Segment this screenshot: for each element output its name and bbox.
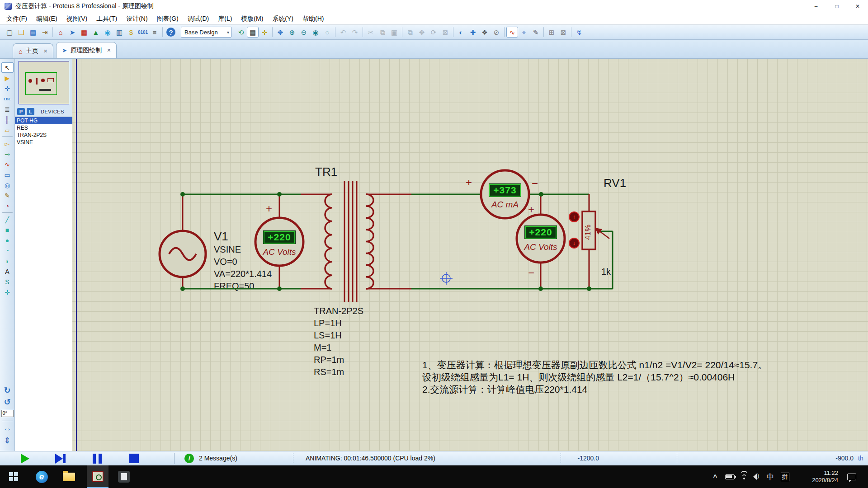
false-origin-button[interactable]: ✛ (259, 27, 270, 38)
tab-schematic[interactable]: ➤ 原理图绘制 ✕ (56, 42, 117, 58)
2d-box-mode-button[interactable]: ■ (1, 225, 14, 235)
pot-increase-button[interactable]: ↑ (569, 211, 580, 222)
2d-arc-mode-button[interactable]: ◔ (1, 245, 14, 256)
device-list-item[interactable]: VSINE (15, 139, 72, 146)
tab-close-icon[interactable]: ✕ (107, 47, 111, 53)
schematic-editing-canvas[interactable]: V1 VSINEVO=0VA=220*1.414FREQ=50 TR1 TRAN… (72, 59, 868, 451)
info-icon[interactable]: i (184, 454, 194, 463)
menu-item[interactable]: 文件(F) (2, 13, 32, 24)
menu-item[interactable]: 编辑(E) (32, 13, 62, 24)
menu-item[interactable]: 帮助(H) (298, 13, 328, 24)
source-code-button[interactable]: 0101 (137, 27, 149, 38)
new-project-button[interactable]: ▢ (4, 27, 15, 38)
menu-item[interactable]: 视图(V) (62, 13, 92, 24)
search-tags-button[interactable]: ⌖ (518, 27, 530, 38)
block-delete-button[interactable]: ⊠ (439, 27, 451, 38)
menu-item[interactable]: 系统(Y) (268, 13, 298, 24)
device-list-item[interactable]: RES (15, 124, 72, 131)
new-sheet-button[interactable]: ⊞ (546, 27, 557, 38)
stop-button[interactable] (129, 454, 139, 463)
undo-button[interactable]: ↶ (337, 27, 349, 38)
paste-button[interactable]: ▣ (388, 27, 400, 38)
zoom-area-button[interactable]: ◌ (321, 27, 333, 38)
text-script-mode-button[interactable]: ≣ (1, 104, 14, 114)
toggle-grid-button[interactable]: ▦ (247, 27, 259, 38)
menu-item[interactable]: 图表(G) (152, 13, 183, 24)
pause-button[interactable] (93, 454, 102, 464)
wifi-icon[interactable] (738, 465, 750, 488)
2d-line-mode-button[interactable]: ╱ (1, 214, 14, 225)
edge-browser-button[interactable]: e (32, 465, 52, 488)
maximize-button[interactable]: □ (826, 0, 847, 13)
wire-label-mode-button[interactable]: LBL (1, 94, 14, 104)
current-probe-mode-button[interactable]: ◔ (1, 201, 14, 211)
rotate-anticlockwise-button[interactable]: ↺ (1, 396, 13, 408)
subcircuit-mode-button[interactable]: ▱ (1, 125, 14, 135)
device-list-item[interactable]: POT-HG (15, 117, 72, 124)
buses-mode-button[interactable]: ╫ (1, 114, 14, 125)
open-project-button[interactable]: ❏ (15, 27, 27, 38)
redraw-button[interactable]: ⟲ (235, 27, 247, 38)
menu-item[interactable]: 调试(D) (183, 13, 213, 24)
pot-decrease-button[interactable]: ↓ (569, 238, 580, 249)
file-explorer-button[interactable] (59, 465, 79, 488)
selection-mode-button[interactable]: ↖ (1, 62, 14, 73)
property-assignment-button[interactable]: ✎ (530, 27, 542, 38)
zoom-in-button[interactable]: ⊕ (286, 27, 298, 38)
block-copy-button[interactable]: ⧉ (404, 27, 416, 38)
close-button[interactable]: ✕ (847, 0, 868, 13)
remove-sheet-button[interactable]: ⊠ (557, 27, 569, 38)
minimize-button[interactable]: – (806, 0, 826, 13)
step-button[interactable] (55, 454, 63, 464)
app-window-button[interactable] (114, 465, 134, 488)
rotation-angle-field[interactable]: 0° (1, 410, 14, 417)
volume-icon[interactable]: ) (751, 465, 763, 488)
notification-center-button[interactable] (844, 465, 860, 488)
generator-mode-button[interactable]: ◎ (1, 180, 14, 190)
pan-button[interactable]: ✥ (274, 27, 286, 38)
tape-recorder-mode-button[interactable]: ▭ (1, 169, 14, 180)
tray-chevron-icon[interactable]: ^ (709, 465, 722, 488)
3d-viewer-button[interactable]: ◉ (102, 27, 113, 38)
play-button[interactable] (21, 454, 29, 464)
voltage-probe-mode-button[interactable]: ✎ (1, 190, 14, 201)
2d-marker-mode-button[interactable]: ✛ (1, 287, 14, 297)
2d-path-mode-button[interactable]: ◗ (1, 256, 14, 266)
ime-pinyin-indicator[interactable]: 拼 (778, 465, 791, 488)
redo-button[interactable]: ↷ (349, 27, 361, 38)
tab-close-icon[interactable]: ✕ (43, 48, 47, 54)
menu-item[interactable]: 工具(T) (92, 13, 122, 24)
component-mode-button[interactable]: ▶ (1, 73, 14, 83)
save-project-button[interactable]: ▤ (27, 27, 39, 38)
start-button[interactable] (4, 465, 24, 488)
close-project-button[interactable]: ⇥ (39, 27, 51, 38)
pick-devices-button[interactable]: P (17, 108, 25, 115)
menu-item[interactable]: 模版(M) (236, 13, 268, 24)
graph-mode-button[interactable]: ∿ (1, 159, 14, 169)
schematic-capture-button[interactable]: ➤ (66, 27, 78, 38)
menu-item[interactable]: 库(L) (213, 13, 236, 24)
proteus-taskbar-button[interactable] (87, 465, 108, 488)
pick-parts-button[interactable]: ◐ (455, 27, 467, 38)
help-button[interactable]: ? (166, 28, 175, 37)
gerber-viewer-button[interactable]: ▲ (90, 27, 102, 38)
decompose-button[interactable]: ⊘ (491, 27, 502, 38)
design-explorer-button[interactable]: ▥ (113, 27, 125, 38)
terminals-mode-button[interactable]: ▻ (1, 138, 14, 149)
battery-icon[interactable] (723, 465, 736, 488)
2d-symbol-mode-button[interactable]: S (1, 277, 14, 287)
pcb-layout-button[interactable]: ▦ (78, 27, 90, 38)
zoom-out-button[interactable]: ⊖ (298, 27, 310, 38)
2d-text-mode-button[interactable]: A (1, 266, 14, 277)
taskbar-clock[interactable]: 11:22 2020/8/24 (795, 465, 840, 488)
rotate-clockwise-button[interactable]: ↻ (1, 385, 13, 396)
block-move-button[interactable]: ✥ (416, 27, 428, 38)
schematic-overview-map[interactable] (19, 61, 69, 104)
tab-home[interactable]: ⌂ 主页 ✕ (13, 43, 53, 58)
electrical-rule-check-button[interactable]: ↯ (573, 27, 585, 38)
zoom-all-button[interactable]: ◉ (310, 27, 321, 38)
cut-button[interactable]: ✂ (365, 27, 377, 38)
menu-item[interactable]: 设计(N) (122, 13, 152, 24)
2d-circle-mode-button[interactable]: ● (1, 235, 14, 245)
mirror-vertical-button[interactable]: ⇕ (1, 435, 13, 446)
